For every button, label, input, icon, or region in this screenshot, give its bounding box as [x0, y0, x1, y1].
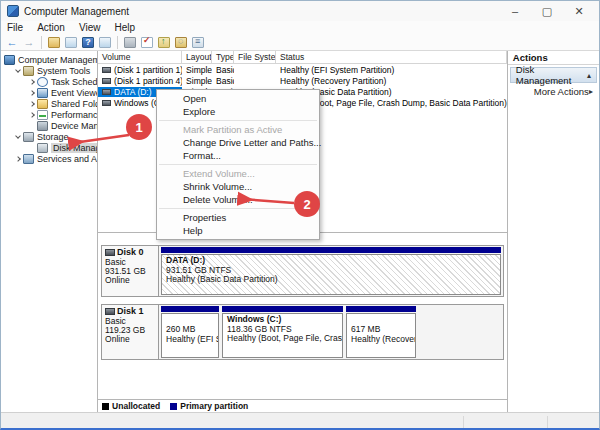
- show-hide-console-tree-icon[interactable]: [64, 36, 78, 49]
- computer-icon: [4, 55, 15, 65]
- open-folder-icon[interactable]: [47, 36, 61, 49]
- checklist-icon[interactable]: [140, 36, 154, 49]
- actions-disk-management-group[interactable]: Disk Management ▴: [510, 67, 597, 83]
- chevron-right-icon[interactable]: [28, 113, 36, 117]
- tree-item-services-applications[interactable]: Services and Applications: [1, 153, 97, 164]
- search-folder-icon[interactable]: [174, 36, 188, 49]
- menu-action[interactable]: Action: [37, 22, 65, 33]
- menu-separator: [159, 208, 317, 209]
- minimize-button[interactable]: –: [501, 2, 529, 20]
- menu-item-mark-partition-active: Mark Partition as Active: [157, 123, 319, 136]
- volume-context-menu: Open Explore Mark Partition as Active Ch…: [156, 89, 320, 240]
- menu-file[interactable]: File: [7, 22, 23, 33]
- console-window-icon[interactable]: [98, 36, 112, 49]
- tree-item-event-viewer[interactable]: Event Viewer: [1, 87, 97, 98]
- tree-item-storage[interactable]: Storage: [1, 131, 97, 142]
- column-layout[interactable]: Layout: [182, 51, 212, 63]
- column-volume[interactable]: Volume: [98, 51, 182, 63]
- partition-recovery[interactable]: 617 MB Healthy (Recovery Partition): [346, 306, 416, 358]
- title-bar: Computer Management – ▢ ✕: [1, 1, 599, 21]
- help-icon[interactable]: ?: [81, 36, 95, 49]
- menu-item-shrink-volume[interactable]: Shrink Volume...: [157, 180, 319, 193]
- partition-data-d[interactable]: DATA (D:) 931.51 GB NTFS Healthy (Basic …: [161, 247, 501, 295]
- tree-item-device-manager[interactable]: Device Manager: [1, 120, 97, 131]
- menu-item-help[interactable]: Help: [157, 224, 319, 237]
- primary-partition-bar: [222, 306, 343, 312]
- chevron-right-icon[interactable]: [28, 80, 36, 84]
- computer-management-window: Computer Management – ▢ ✕ File Action Vi…: [0, 0, 600, 430]
- volume-list-header: Volume Layout Type File System Status: [98, 51, 507, 64]
- console-tree: Computer Management (Local System Tools …: [1, 51, 98, 412]
- up-arrow-icon[interactable]: [157, 36, 171, 49]
- window-title: Computer Management: [24, 6, 501, 17]
- toolbar-separator: [41, 36, 42, 49]
- system-tools-icon: [23, 66, 34, 76]
- menu-item-format[interactable]: Format...: [157, 149, 319, 162]
- table-row[interactable]: (Disk 1 partition 4) Simple Basic Health…: [98, 75, 507, 86]
- column-type[interactable]: Type: [212, 51, 234, 63]
- partition-windows-c[interactable]: Windows (C:) 118.36 GB NTFS Healthy (Boo…: [222, 306, 343, 358]
- status-bar: [1, 412, 599, 430]
- volume-icon: [102, 67, 111, 73]
- tools-icon[interactable]: [123, 36, 137, 49]
- menu-help[interactable]: Help: [114, 22, 135, 33]
- disk-icon: [105, 308, 115, 315]
- chevron-down-icon[interactable]: [14, 70, 22, 72]
- close-button[interactable]: ✕: [565, 2, 593, 20]
- collapse-icon[interactable]: ▴: [587, 71, 591, 80]
- table-row[interactable]: (Disk 1 partition 1) Simple Basic Health…: [98, 64, 507, 75]
- partition-efi[interactable]: 260 MB Healthy (EFI System Partition): [161, 306, 219, 358]
- chevron-down-icon[interactable]: [14, 136, 22, 138]
- services-icon: [23, 154, 34, 164]
- volume-icon: [102, 100, 111, 106]
- primary-partition-bar: [161, 306, 219, 312]
- menu-separator: [159, 164, 317, 165]
- chevron-right-icon[interactable]: [28, 91, 36, 95]
- app-icon: [7, 5, 19, 17]
- menu-view[interactable]: View: [79, 22, 101, 33]
- tree-item-task-scheduler[interactable]: Task Scheduler: [1, 76, 97, 87]
- disk-1-label[interactable]: Disk 1 Basic 119.23 GB Online: [102, 305, 159, 359]
- tree-item-disk-management[interactable]: Disk Management: [1, 142, 97, 153]
- column-status[interactable]: Status: [276, 51, 507, 63]
- tree-item-system-tools[interactable]: System Tools: [1, 65, 97, 76]
- device-manager-icon: [37, 121, 48, 131]
- primary-partition-bar: [161, 247, 501, 253]
- menu-item-explore[interactable]: Explore: [157, 105, 319, 118]
- disk-management-icon: [37, 143, 48, 153]
- chevron-right-icon[interactable]: [14, 157, 22, 161]
- forward-icon[interactable]: →: [22, 36, 36, 49]
- disk-icon: [105, 249, 115, 256]
- maximize-button[interactable]: ▢: [533, 2, 561, 20]
- tree-item-shared-folders[interactable]: Shared Folders: [1, 98, 97, 109]
- volume-icon: [102, 89, 111, 95]
- volume-icon: [102, 78, 111, 84]
- column-file-system[interactable]: File System: [234, 51, 276, 63]
- performance-icon: [37, 110, 48, 120]
- properties-icon[interactable]: [191, 36, 205, 49]
- storage-icon: [23, 132, 34, 142]
- chevron-right-icon[interactable]: [28, 102, 36, 106]
- legend-primary-partition: Primary partition: [170, 401, 248, 411]
- toolbar-separator: [117, 36, 118, 49]
- tree-item-performance[interactable]: Performance: [1, 109, 97, 120]
- submenu-arrow-icon[interactable]: ▸: [589, 87, 593, 96]
- disk-0-label[interactable]: Disk 0 Basic 931.51 GB Online: [102, 246, 159, 296]
- primary-partition-swatch: [170, 403, 177, 410]
- menu-item-open[interactable]: Open: [157, 92, 319, 105]
- menu-item-extend-volume: Extend Volume...: [157, 167, 319, 180]
- actions-panel: Actions Disk Management ▴ More Actions ▸: [507, 51, 599, 412]
- disk-graphical-view: Disk 0 Basic 931.51 GB Online DATA (D:) …: [98, 233, 507, 399]
- disk-1-row: Disk 1 Basic 119.23 GB Online 260 MB Hea…: [101, 304, 504, 360]
- menu-item-properties[interactable]: Properties: [157, 211, 319, 224]
- toolbar: ← → ?: [1, 34, 599, 51]
- tree-item-computer-management[interactable]: Computer Management (Local: [1, 54, 97, 65]
- menu-bar: File Action View Help: [1, 21, 599, 34]
- disk-0-row: Disk 0 Basic 931.51 GB Online DATA (D:) …: [101, 245, 504, 297]
- menu-item-delete-volume[interactable]: Delete Volume...: [157, 193, 319, 206]
- back-icon[interactable]: ←: [5, 36, 19, 49]
- menu-item-change-drive-letter[interactable]: Change Drive Letter and Paths...: [157, 136, 319, 149]
- legend-bar: Unallocated Primary partition: [98, 399, 507, 412]
- event-viewer-icon: [37, 88, 48, 98]
- menu-separator: [159, 120, 317, 121]
